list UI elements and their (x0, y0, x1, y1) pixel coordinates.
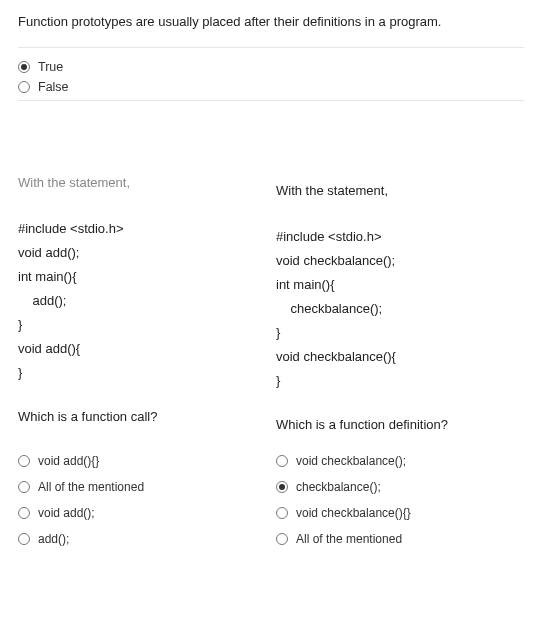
code-line: void checkbalance(){ (276, 345, 524, 369)
q2-left-header: With the statement, (18, 171, 266, 195)
q2-right-option[interactable]: checkbalance(); (276, 480, 524, 494)
q2-left: With the statement, #include <stdio.h> v… (18, 171, 266, 432)
option-label: All of the mentioned (296, 532, 402, 546)
q1-option-true[interactable]: True (18, 60, 524, 74)
q2-right-subprompt: Which is a function definition? (276, 417, 524, 432)
code-line: void checkbalance(); (276, 249, 524, 273)
code-line: void add(); (18, 241, 266, 265)
code-line: int main(){ (276, 273, 524, 297)
q2-left-option[interactable]: add(); (18, 532, 266, 546)
q2-right-header: With the statement, (276, 179, 524, 203)
radio-icon (276, 481, 288, 493)
radio-icon (276, 533, 288, 545)
divider (18, 47, 524, 48)
code-line: int main(){ (18, 265, 266, 289)
code-line: #include <stdio.h> (276, 225, 524, 249)
q2-left-option[interactable]: All of the mentioned (18, 480, 266, 494)
code-line: } (276, 369, 524, 393)
q2-right-option[interactable]: void checkbalance(); (276, 454, 524, 468)
q2-right: With the statement, #include <stdio.h> v… (276, 171, 524, 432)
option-label: void add(){} (38, 454, 99, 468)
q2-right-options: void checkbalance(); checkbalance(); voi… (276, 454, 524, 546)
radio-icon (18, 533, 30, 545)
q1-prompt: Function prototypes are usually placed a… (18, 14, 524, 29)
code-line: add(); (18, 289, 266, 313)
q2-left-options: void add(){} All of the mentioned void a… (18, 454, 266, 546)
q2-right-option[interactable]: void checkbalance(){} (276, 506, 524, 520)
radio-icon (18, 481, 30, 493)
q2-left-option[interactable]: void add(); (18, 506, 266, 520)
q2-container: With the statement, #include <stdio.h> v… (18, 171, 524, 432)
option-label: void checkbalance(){} (296, 506, 411, 520)
code-line: } (18, 361, 266, 385)
q1-option-false[interactable]: False (18, 80, 524, 94)
option-label: True (38, 60, 63, 74)
q2-left-subprompt: Which is a function call? (18, 409, 266, 424)
q2-left-option[interactable]: void add(){} (18, 454, 266, 468)
code-line: #include <stdio.h> (18, 217, 266, 241)
option-label: checkbalance(); (296, 480, 381, 494)
radio-icon (18, 455, 30, 467)
code-line: checkbalance(); (276, 297, 524, 321)
radio-icon (18, 507, 30, 519)
divider (18, 100, 524, 101)
option-label: void add(); (38, 506, 95, 520)
code-line: } (18, 313, 266, 337)
code-line: } (276, 321, 524, 345)
q2-right-option[interactable]: All of the mentioned (276, 532, 524, 546)
radio-icon (276, 455, 288, 467)
option-label: All of the mentioned (38, 480, 144, 494)
option-label: void checkbalance(); (296, 454, 406, 468)
radio-icon (276, 507, 288, 519)
option-label: add(); (38, 532, 69, 546)
radio-icon (18, 61, 30, 73)
option-label: False (38, 80, 69, 94)
q2-options: void add(){} All of the mentioned void a… (18, 454, 524, 546)
code-line: void add(){ (18, 337, 266, 361)
radio-icon (18, 81, 30, 93)
